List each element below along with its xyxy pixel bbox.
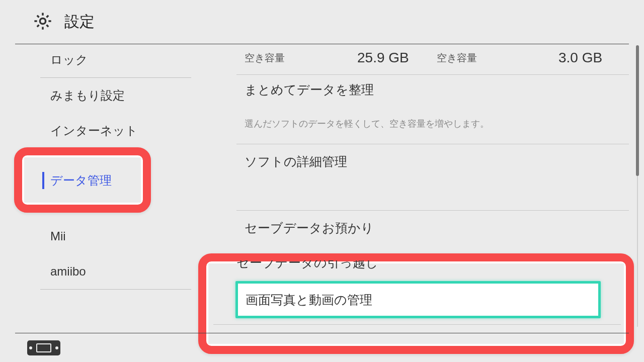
row-screenshots-overlay[interactable]: 画面写真と動画の管理 — [235, 281, 601, 318]
row-manage-data[interactable]: まとめてデータを整理 — [236, 74, 629, 105]
sidebar-item-label: みまもり設定 — [50, 87, 125, 104]
page-title: 設定 — [64, 12, 95, 32]
storage-right-value: 3.0 GB — [558, 50, 602, 66]
divider — [236, 323, 629, 324]
sidebar-item-label: Mii — [50, 229, 66, 243]
sidebar-item-label: amiibo — [50, 264, 86, 279]
sidebar-item-parental[interactable]: みまもり設定 — [40, 78, 191, 113]
row-description: 選んだソフトのデータを軽くして、空き容量を増やします。 — [245, 118, 489, 130]
sidebar-item-label: インターネット — [50, 123, 138, 139]
header: 設定 — [15, 0, 629, 44]
row-software-detail[interactable]: ソフトの詳細管理 — [236, 144, 629, 179]
sidebar-item-internet[interactable]: インターネット — [40, 113, 191, 148]
storage-row: 空き容量 25.9 GB 空き容量 3.0 GB — [236, 41, 629, 74]
sidebar-item-amiibo[interactable]: amiibo — [40, 254, 191, 289]
divider — [40, 289, 191, 290]
row-label: 画面写真と動画の管理 — [246, 292, 372, 308]
storage-left-label: 空き容量 — [245, 51, 285, 65]
scrollbar[interactable] — [636, 45, 639, 327]
footer — [15, 333, 629, 362]
sidebar-item-data-overlay[interactable]: データ管理 — [40, 163, 191, 198]
console-icon — [27, 340, 60, 355]
divider — [213, 324, 621, 325]
row-label: ソフトの詳細管理 — [245, 153, 347, 170]
svg-point-0 — [40, 18, 45, 24]
row-save-transfer-overlay: セーブデータの引っ越し — [236, 260, 616, 276]
row-save-cloud[interactable]: セーブデータお預かり — [236, 210, 629, 245]
storage-left-value: 25.9 GB — [357, 50, 409, 66]
gear-icon — [32, 11, 53, 34]
sidebar-item-label: データ管理 — [50, 172, 112, 189]
sidebar-item-lock[interactable]: ロック — [40, 42, 191, 77]
sidebar-item-mii[interactable]: Mii — [40, 219, 191, 254]
scrollbar-thumb[interactable] — [636, 45, 639, 176]
row-label: まとめてデータを整理 — [245, 81, 374, 98]
storage-right-label: 空き容量 — [437, 51, 477, 65]
row-label: セーブデータお預かり — [245, 220, 374, 236]
sidebar-item-label: ロック — [50, 52, 88, 68]
